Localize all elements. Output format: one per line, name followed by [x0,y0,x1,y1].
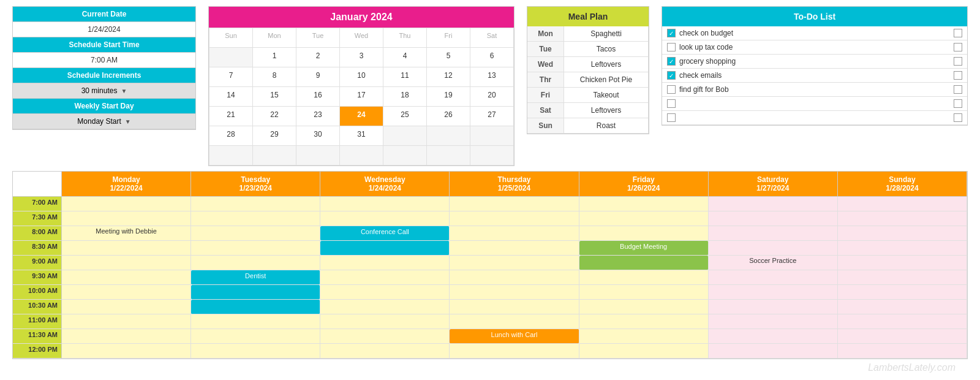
todo-checkbox-left-5[interactable] [667,85,676,94]
cal-day-25[interactable]: 25 [383,107,427,126]
cal-day-14[interactable]: 14 [209,87,253,107]
sched-thu-1030[interactable] [450,300,579,314]
cal-day-26[interactable]: 26 [427,107,470,126]
cal-day-18[interactable]: 18 [383,87,427,107]
todo-checkbox-right-5[interactable] [954,85,962,94]
cal-day-2[interactable]: 2 [296,48,340,67]
todo-checkbox-left-7[interactable] [667,113,676,122]
sched-sat-1030[interactable] [709,300,838,314]
sched-tue-1130[interactable] [191,329,320,344]
sched-sat-1130[interactable] [709,329,838,344]
sched-sun-1200[interactable] [838,344,967,359]
sched-mon-830[interactable] [62,241,191,256]
todo-checkbox-right-7[interactable] [954,113,962,122]
sched-sun-1030[interactable] [838,300,967,314]
cal-day-21[interactable]: 21 [209,107,253,126]
sched-tue-830[interactable] [191,241,320,256]
cal-day-13[interactable]: 13 [470,67,514,87]
sched-fri-1100[interactable] [579,314,709,329]
sched-sun-900[interactable] [838,256,967,270]
sched-sat-800[interactable] [709,226,838,241]
cal-day-10[interactable]: 10 [340,67,383,87]
sched-wed-1130[interactable] [320,329,450,344]
cal-day-7[interactable]: 7 [209,67,253,87]
sched-sun-1000[interactable] [838,285,967,300]
sched-fri-800[interactable] [579,226,709,241]
sched-thu-1100[interactable] [450,314,579,329]
sched-thu-1200[interactable] [450,344,579,359]
sched-thu-930[interactable] [450,270,579,285]
sched-fri-900[interactable] [579,256,709,270]
sched-sat-700[interactable] [709,197,838,211]
sched-mon-730[interactable] [62,211,191,226]
sched-sun-930[interactable] [838,270,967,285]
sched-sun-700[interactable] [838,197,967,211]
sched-wed-830[interactable] [320,241,450,256]
sched-mon-800[interactable]: Meeting with Debbie [62,226,191,241]
sched-wed-800[interactable]: Conference Call [320,226,450,241]
cal-day-9[interactable]: 9 [296,67,340,87]
schedule-increments-dropdown[interactable]: 30 minutes ▼ [13,83,195,99]
todo-checkbox-right-4[interactable] [954,71,962,80]
sched-thu-1130[interactable]: Lunch with Carl [450,329,579,344]
sched-mon-1000[interactable] [62,285,191,300]
sched-mon-700[interactable] [62,197,191,211]
sched-tue-1100[interactable] [191,314,320,329]
cal-day-8[interactable]: 8 [253,67,296,87]
sched-mon-900[interactable] [62,256,191,270]
sched-wed-930[interactable] [320,270,450,285]
todo-checkbox-left-2[interactable] [667,43,676,51]
sched-sun-730[interactable] [838,211,967,226]
cal-day-27[interactable]: 27 [470,107,514,126]
sched-mon-1100[interactable] [62,314,191,329]
todo-checkbox-right-6[interactable] [954,99,962,108]
sched-fri-1000[interactable] [579,285,709,300]
sched-thu-800[interactable] [450,226,579,241]
sched-wed-730[interactable] [320,211,450,226]
sched-tue-930[interactable]: Dentist [191,270,320,285]
sched-wed-1030[interactable] [320,300,450,314]
sched-sat-1200[interactable] [709,344,838,359]
cal-day-28[interactable]: 28 [209,126,253,146]
sched-fri-1200[interactable] [579,344,709,359]
cal-day-31[interactable]: 31 [340,126,383,146]
sched-wed-900[interactable] [320,256,450,270]
sched-tue-800[interactable] [191,226,320,241]
sched-wed-700[interactable] [320,197,450,211]
sched-sat-730[interactable] [709,211,838,226]
sched-mon-1130[interactable] [62,329,191,344]
sched-fri-830[interactable]: Budget Meeting [579,241,709,256]
sched-sat-1000[interactable] [709,285,838,300]
todo-checkbox-left-1[interactable] [667,29,676,37]
sched-sat-930[interactable] [709,270,838,285]
sched-mon-1200[interactable] [62,344,191,359]
sched-fri-730[interactable] [579,211,709,226]
sched-fri-1030[interactable] [579,300,709,314]
todo-checkbox-right-3[interactable] [954,57,962,66]
sched-mon-1030[interactable] [62,300,191,314]
todo-checkbox-left-6[interactable] [667,99,676,108]
sched-fri-1130[interactable] [579,329,709,344]
cal-day-24[interactable]: 24 [340,107,383,126]
sched-sat-1100[interactable] [709,314,838,329]
sched-sun-800[interactable] [838,226,967,241]
sched-tue-700[interactable] [191,197,320,211]
sched-wed-1200[interactable] [320,344,450,359]
todo-checkbox-right-2[interactable] [954,43,962,51]
cal-day-1[interactable]: 1 [253,48,296,67]
cal-day-19[interactable]: 19 [427,87,470,107]
todo-checkbox-right-1[interactable] [954,29,962,37]
sched-thu-830[interactable] [450,241,579,256]
cal-day-23[interactable]: 23 [296,107,340,126]
weekly-start-day-dropdown[interactable]: Monday Start ▼ [13,114,195,129]
sched-wed-1100[interactable] [320,314,450,329]
cal-day-4[interactable]: 4 [383,48,427,67]
sched-sun-1100[interactable] [838,314,967,329]
todo-checkbox-left-3[interactable] [667,57,676,66]
sched-thu-900[interactable] [450,256,579,270]
cal-day-20[interactable]: 20 [470,87,514,107]
cal-day-22[interactable]: 22 [253,107,296,126]
sched-fri-930[interactable] [579,270,709,285]
sched-tue-1030[interactable] [191,300,320,314]
cal-day-3[interactable]: 3 [340,48,383,67]
